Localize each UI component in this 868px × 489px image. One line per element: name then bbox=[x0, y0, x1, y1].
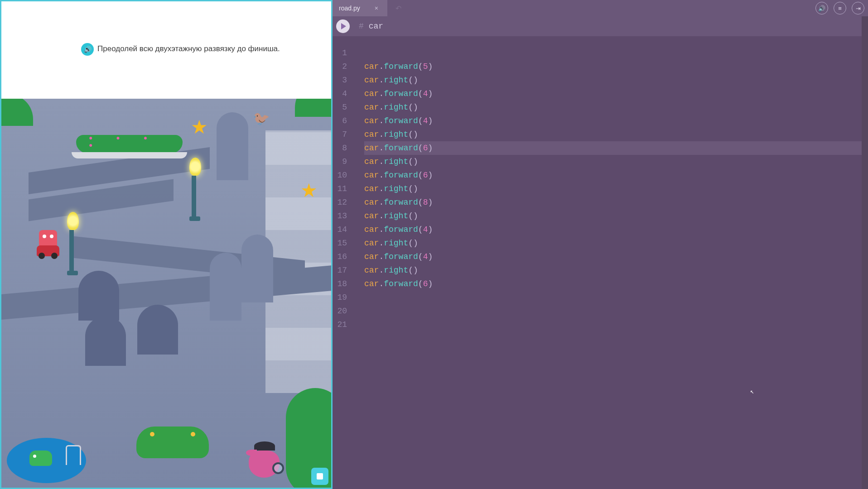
app-root: 🔊 Преодолей всю двухэтажную развязку до … bbox=[0, 0, 868, 489]
comment-text: car bbox=[369, 22, 383, 31]
line-number: 13 bbox=[333, 209, 347, 223]
code-line[interactable]: car.right() bbox=[364, 155, 868, 168]
streetlight-icon bbox=[189, 158, 198, 221]
stop-button[interactable] bbox=[311, 468, 328, 485]
code-line[interactable]: car.right() bbox=[364, 101, 868, 114]
header-actions: 🔊 ≡ ⇥ bbox=[815, 0, 864, 16]
car-icon bbox=[37, 245, 59, 256]
run-button[interactable] bbox=[336, 19, 350, 33]
instruction-bar: 🔊 Преодолей всю двухэтажную развязку до … bbox=[1, 1, 331, 99]
line-number: 16 bbox=[333, 250, 347, 264]
line-number: 12 bbox=[333, 196, 347, 209]
star-icon: ★ bbox=[300, 179, 318, 201]
code-line[interactable]: car.right() bbox=[364, 73, 868, 87]
editor-panel: road.py × ↶ 🔊 ≡ ⇥ # car 1234567891011121… bbox=[333, 0, 868, 489]
undo-icon: ↶ bbox=[395, 4, 401, 13]
line-number: 4 bbox=[333, 87, 347, 101]
line-number: 6 bbox=[333, 114, 347, 128]
line-number: 14 bbox=[333, 223, 347, 236]
hat-icon bbox=[254, 441, 275, 451]
monster-icon bbox=[39, 230, 57, 246]
hedge-base bbox=[72, 152, 187, 158]
line-number: 19 bbox=[333, 291, 347, 304]
pillar bbox=[241, 235, 273, 302]
code-line[interactable] bbox=[364, 318, 868, 331]
ladder-icon bbox=[66, 445, 81, 465]
player-car bbox=[37, 230, 59, 256]
instruction-audio-button[interactable]: 🔊 bbox=[81, 43, 94, 56]
code-line[interactable]: car.forward(5) bbox=[364, 60, 868, 73]
detective-character bbox=[245, 438, 286, 483]
line-number: 1 bbox=[333, 46, 347, 60]
code-line[interactable] bbox=[364, 304, 868, 318]
line-number: 21 bbox=[333, 318, 347, 331]
bush-icon bbox=[136, 427, 209, 458]
line-number: 11 bbox=[333, 182, 347, 196]
code-line[interactable]: car.forward(4) bbox=[364, 87, 868, 101]
collapse-button[interactable]: ⇥ bbox=[852, 2, 864, 14]
sound-icon: 🔊 bbox=[818, 5, 825, 12]
line-number: 15 bbox=[333, 236, 347, 250]
game-panel: 🔊 Преодолей всю двухэтажную развязку до … bbox=[0, 0, 333, 489]
list-icon: ≡ bbox=[838, 5, 842, 12]
line-number: 2 bbox=[333, 60, 347, 73]
line-number: 20 bbox=[333, 304, 347, 318]
pool bbox=[7, 438, 86, 483]
line-number: 10 bbox=[333, 168, 347, 182]
game-area[interactable]: ★ ★ 🐦 bbox=[1, 99, 331, 488]
magnifying-glass-icon bbox=[272, 462, 284, 474]
editor-header: road.py × ↶ 🔊 ≡ ⇥ bbox=[333, 0, 868, 16]
stop-icon bbox=[317, 473, 323, 479]
sound-icon: 🔊 bbox=[84, 46, 92, 53]
line-gutter: 123456789101112131415161718192021 bbox=[333, 36, 351, 489]
code-line[interactable]: car.right() bbox=[364, 128, 868, 141]
title-comment: # car bbox=[359, 22, 383, 31]
line-number: 5 bbox=[333, 101, 347, 114]
bush-icon bbox=[295, 99, 331, 117]
file-tab[interactable]: road.py × bbox=[333, 0, 387, 16]
star-icon: ★ bbox=[191, 116, 208, 138]
code-body[interactable]: ↖ car.forward(5)car.right()car.forward(4… bbox=[351, 36, 868, 489]
streetlight-icon bbox=[67, 212, 76, 275]
line-number: 3 bbox=[333, 73, 347, 87]
code-line[interactable]: car.forward(4) bbox=[364, 223, 868, 236]
code-line[interactable] bbox=[364, 46, 868, 60]
menu-button[interactable]: ≡ bbox=[834, 2, 846, 14]
code-line[interactable]: car.forward(8) bbox=[364, 196, 868, 209]
mouse-cursor-icon: ↖ bbox=[750, 385, 754, 398]
instruction-text: Преодолей всю двухэтажную развязку до фи… bbox=[97, 44, 280, 53]
code-line[interactable]: car.right() bbox=[364, 182, 868, 196]
pillar bbox=[217, 112, 248, 180]
collapse-icon: ⇥ bbox=[856, 5, 861, 12]
code-line[interactable]: car.forward(6) bbox=[364, 277, 868, 291]
arch bbox=[137, 305, 178, 355]
code-line[interactable]: car.forward(4) bbox=[364, 250, 868, 264]
arch bbox=[85, 316, 126, 366]
bush-icon bbox=[1, 99, 33, 126]
line-number: 18 bbox=[333, 277, 347, 291]
line-number: 9 bbox=[333, 155, 347, 168]
flower-hedge bbox=[76, 135, 183, 153]
arch bbox=[78, 271, 119, 321]
code-line[interactable] bbox=[364, 291, 868, 304]
code-line[interactable]: car.right() bbox=[364, 209, 868, 223]
scrollbar[interactable] bbox=[862, 16, 868, 489]
code-line[interactable]: car.forward(4) bbox=[364, 114, 868, 128]
code-line[interactable]: car.right() bbox=[364, 236, 868, 250]
pillar bbox=[210, 253, 241, 321]
pigeon-icon: 🐦 bbox=[253, 110, 270, 126]
tab-close-button[interactable]: × bbox=[373, 5, 380, 12]
play-icon bbox=[341, 23, 346, 29]
code-area[interactable]: 123456789101112131415161718192021 ↖ car.… bbox=[333, 36, 868, 489]
line-number: 8 bbox=[333, 141, 347, 155]
sound-toggle-button[interactable]: 🔊 bbox=[815, 2, 828, 14]
code-line[interactable]: car.right() bbox=[364, 264, 868, 277]
code-line[interactable]: car.forward(6) bbox=[364, 168, 868, 182]
run-bar: # car bbox=[333, 16, 868, 36]
tab-filename: road.py bbox=[339, 5, 360, 12]
code-line[interactable]: car.forward(6) bbox=[364, 141, 868, 155]
line-number: 17 bbox=[333, 264, 347, 277]
comment-hash: # bbox=[359, 22, 364, 31]
crocodile-icon bbox=[29, 451, 52, 466]
line-number: 7 bbox=[333, 128, 347, 141]
